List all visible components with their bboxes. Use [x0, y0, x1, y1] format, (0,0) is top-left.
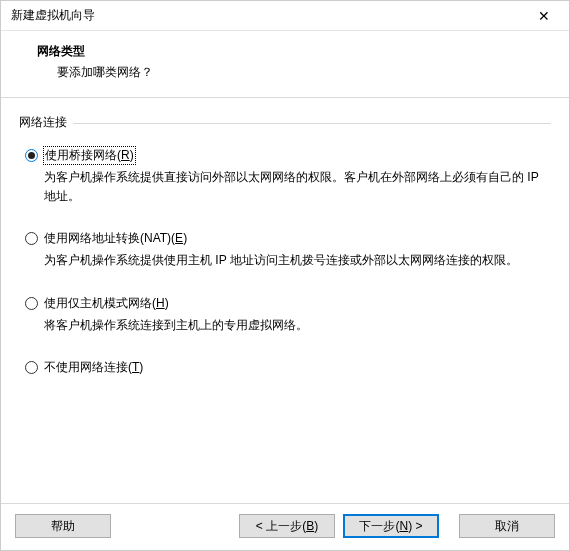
option-hostonly: 使用仅主机模式网络(H) 将客户机操作系统连接到主机上的专用虚拟网络。 — [25, 295, 545, 335]
titlebar: 新建虚拟机向导 ✕ — [1, 1, 569, 31]
next-button[interactable]: 下一步(N) > — [343, 514, 439, 538]
options-container: 使用桥接网络(R) 为客户机操作系统提供直接访问外部以太网网络的权限。客户机在外… — [19, 133, 551, 376]
option-nat: 使用网络地址转换(NAT)(E) 为客户机操作系统提供使用主机 IP 地址访问主… — [25, 230, 545, 270]
page-title: 网络类型 — [37, 43, 551, 60]
option-bridged-label[interactable]: 使用桥接网络(R) — [44, 147, 135, 164]
radio-bridged[interactable] — [25, 149, 38, 162]
option-hostonly-label[interactable]: 使用仅主机模式网络(H) — [44, 295, 169, 312]
radio-none[interactable] — [25, 361, 38, 374]
content-area: 网络连接 使用桥接网络(R) 为客户机操作系统提供直接访问外部以太网网络的权限。… — [1, 98, 569, 503]
option-bridged-row[interactable]: 使用桥接网络(R) — [25, 147, 545, 164]
wizard-header: 网络类型 要添加哪类网络？ — [1, 31, 569, 98]
window-title: 新建虚拟机向导 — [11, 7, 95, 24]
cancel-button[interactable]: 取消 — [459, 514, 555, 538]
radio-nat[interactable] — [25, 232, 38, 245]
option-none-row[interactable]: 不使用网络连接(T) — [25, 359, 545, 376]
option-hostonly-desc: 将客户机操作系统连接到主机上的专用虚拟网络。 — [44, 316, 545, 335]
option-none: 不使用网络连接(T) — [25, 359, 545, 376]
wizard-footer: 帮助 < 上一步(B) 下一步(N) > 取消 — [1, 503, 569, 550]
option-nat-label[interactable]: 使用网络地址转换(NAT)(E) — [44, 230, 187, 247]
close-icon[interactable]: ✕ — [529, 9, 559, 23]
back-button[interactable]: < 上一步(B) — [239, 514, 335, 538]
group-label: 网络连接 — [19, 114, 71, 131]
group-divider — [73, 123, 551, 124]
option-nat-row[interactable]: 使用网络地址转换(NAT)(E) — [25, 230, 545, 247]
page-subtitle: 要添加哪类网络？ — [57, 64, 551, 81]
option-nat-desc: 为客户机操作系统提供使用主机 IP 地址访问主机拨号连接或外部以太网网络连接的权… — [44, 251, 545, 270]
network-group: 网络连接 使用桥接网络(R) 为客户机操作系统提供直接访问外部以太网网络的权限。… — [19, 114, 551, 376]
option-none-label[interactable]: 不使用网络连接(T) — [44, 359, 143, 376]
option-bridged-desc: 为客户机操作系统提供直接访问外部以太网网络的权限。客户机在外部网络上必须有自己的… — [44, 168, 545, 206]
help-button[interactable]: 帮助 — [15, 514, 111, 538]
radio-hostonly[interactable] — [25, 297, 38, 310]
option-bridged: 使用桥接网络(R) 为客户机操作系统提供直接访问外部以太网网络的权限。客户机在外… — [25, 147, 545, 206]
option-hostonly-row[interactable]: 使用仅主机模式网络(H) — [25, 295, 545, 312]
